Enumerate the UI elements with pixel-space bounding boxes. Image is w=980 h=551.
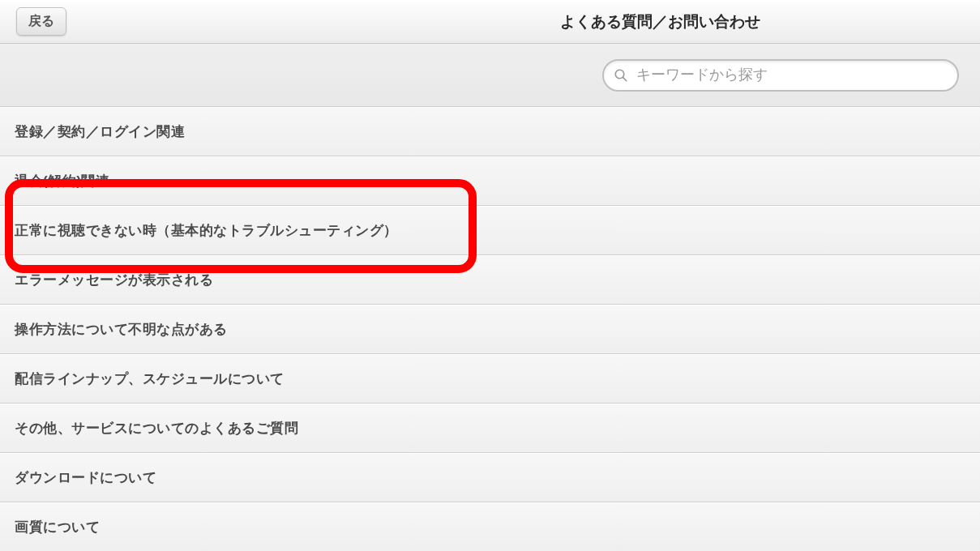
category-item[interactable]: 画質について	[0, 502, 980, 551]
page-title: よくある質問／お問い合わせ	[0, 11, 980, 32]
page-title-text: よくある質問／お問い合わせ	[560, 13, 760, 30]
search-input[interactable]	[602, 59, 959, 92]
category-item[interactable]: 退会(解約)関連	[0, 156, 980, 206]
category-item[interactable]: 正常に視聴できない時（基本的なトラブルシューティング）	[0, 206, 980, 255]
back-button[interactable]: 戻る	[16, 7, 66, 36]
category-label: 配信ラインナップ、スケジュールについて	[15, 369, 285, 388]
category-label: 操作方法について不明な点がある	[15, 320, 228, 339]
category-item[interactable]: その他、サービスについてのよくあるご質問	[0, 404, 980, 453]
category-list: 登録／契約／ログイン関連退会(解約)関連正常に視聴できない時（基本的なトラブルシ…	[0, 107, 980, 551]
search-row	[0, 44, 980, 107]
topbar: 戻る よくある質問／お問い合わせ	[0, 0, 980, 44]
category-item[interactable]: ダウンロードについて	[0, 453, 980, 502]
search-wrap	[602, 59, 959, 92]
category-item[interactable]: 配信ラインナップ、スケジュールについて	[0, 354, 980, 404]
category-label: 退会(解約)関連	[15, 172, 109, 190]
category-label: 登録／契約／ログイン関連	[15, 122, 185, 141]
category-label: その他、サービスについてのよくあるご質問	[15, 419, 298, 438]
category-label: 画質について	[15, 518, 100, 536]
category-label: 正常に視聴できない時（基本的なトラブルシューティング）	[15, 221, 398, 240]
category-item[interactable]: 操作方法について不明な点がある	[0, 305, 980, 354]
category-item[interactable]: エラーメッセージが表示される	[0, 255, 980, 305]
category-item[interactable]: 登録／契約／ログイン関連	[0, 107, 980, 156]
category-label: エラーメッセージが表示される	[15, 271, 213, 289]
category-label: ダウンロードについて	[15, 468, 156, 487]
